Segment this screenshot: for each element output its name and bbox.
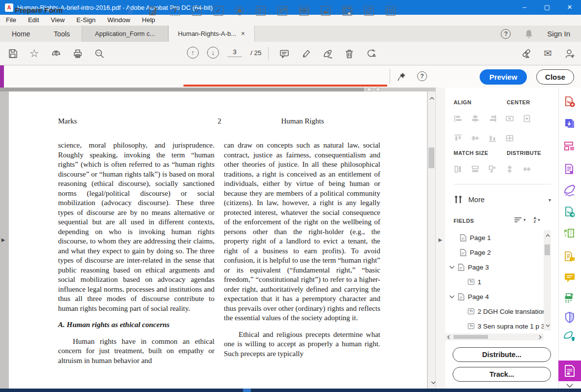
comment-icon[interactable]	[278, 48, 290, 59]
select-cursor-tool[interactable]	[124, 5, 135, 16]
maximize-button[interactable]: ▢	[536, 0, 558, 15]
sign-pen-icon[interactable]	[322, 48, 333, 59]
document-pane[interactable]: Marks 2 Human Rights science, moral phil…	[0, 91, 435, 389]
menu-window[interactable]: Window	[101, 15, 136, 26]
scroll-up-icon[interactable]	[428, 94, 436, 102]
pdf-page[interactable]: Marks 2 Human Rights science, moral phil…	[9, 91, 427, 389]
close-tab-icon[interactable]: ✕	[241, 30, 245, 37]
menu-file[interactable]: File	[0, 15, 22, 26]
match-both-icon[interactable]	[487, 164, 498, 175]
text-area-field-tool[interactable]: TI	[192, 6, 202, 16]
highlight-icon[interactable]	[300, 48, 311, 59]
fields-hscroll-thumb[interactable]	[454, 335, 488, 339]
align-right-icon[interactable]	[487, 113, 498, 124]
date-field-tool[interactable]	[342, 6, 352, 16]
menu-esign[interactable]: E-Sign	[70, 15, 101, 26]
email-icon[interactable]: ✉	[542, 48, 553, 59]
collapse-panel-icon[interactable]: ▶	[437, 236, 443, 243]
checkbox-field-tool[interactable]: ✓	[214, 6, 223, 16]
ok-button-field-tool[interactable]: OK	[299, 6, 309, 16]
tab-tools[interactable]: Tools	[42, 26, 82, 42]
document-vscroll-thumb[interactable]	[428, 148, 434, 168]
tree-item-field-2[interactable]: TI 2 DGH Cole translation	[445, 304, 544, 319]
scroll-right-icon[interactable]	[539, 335, 542, 339]
scan-ocr-icon[interactable]	[558, 289, 581, 306]
toolbar-hscroll-right-button[interactable]	[376, 88, 380, 91]
tree-item-page-1[interactable]: Page 1	[445, 230, 544, 245]
distribute-vertically-icon[interactable]	[504, 164, 515, 175]
comment-tool-icon[interactable]	[558, 270, 581, 286]
chevron-down-icon[interactable]	[449, 266, 455, 269]
combine-files-icon[interactable]	[558, 115, 581, 132]
add-user-icon[interactable]	[564, 48, 575, 59]
prepare-form-help-icon[interactable]: ?	[417, 71, 427, 81]
toolbar-hscroll-left-button[interactable]	[367, 88, 371, 91]
previous-page-button[interactable]: ↑	[187, 47, 199, 59]
more-tools-row[interactable]: More ▾	[454, 193, 551, 206]
document-vscrollbar[interactable]	[428, 91, 435, 389]
fill-and-sign-icon[interactable]	[558, 182, 581, 199]
page-number-input[interactable]: 3	[227, 48, 242, 57]
image-field-tool[interactable]	[321, 6, 331, 16]
delete-pages-icon[interactable]	[558, 161, 581, 178]
signature-field-tool[interactable]	[364, 6, 374, 16]
share-upload-icon[interactable]	[50, 48, 61, 59]
link-icon[interactable]	[520, 48, 532, 59]
scroll-down-icon[interactable]	[544, 322, 551, 330]
toolbar-hscroll-thumb[interactable]	[0, 88, 364, 91]
distribute-horizontally-icon[interactable]	[521, 164, 532, 175]
tab-document-application-form[interactable]: Application_Form c...	[82, 26, 168, 42]
request-esignatures-icon[interactable]	[558, 248, 581, 265]
center-vertically-icon[interactable]	[521, 113, 532, 124]
sort-by-order-icon[interactable]: ▾	[514, 217, 526, 223]
tree-item-field-3[interactable]: TI 3 Sen supra note 1 p 3	[445, 319, 544, 333]
nav-pane-toggle-icon[interactable]: ▶	[0, 235, 6, 244]
align-vertical-center-icon[interactable]	[470, 133, 481, 144]
radio-button-field-tool[interactable]	[235, 6, 244, 15]
close-window-button[interactable]: ✕	[558, 0, 581, 15]
sort-alphabetical-icon[interactable]: AZ ▾	[534, 216, 540, 223]
search-icon[interactable]	[93, 48, 105, 59]
menu-help[interactable]: Help	[136, 15, 161, 26]
tree-item-page-4[interactable]: Page 4	[445, 289, 544, 304]
save-icon[interactable]	[7, 48, 18, 59]
align-left-icon[interactable]	[453, 113, 463, 124]
center-horizontally-icon[interactable]	[504, 113, 515, 124]
minimize-button[interactable]: –	[513, 0, 536, 15]
menu-view[interactable]: View	[45, 15, 70, 26]
notifications-bell-icon[interactable]	[524, 29, 533, 39]
match-height-icon[interactable]	[453, 164, 463, 175]
track-button[interactable]: Track...	[453, 367, 551, 382]
barcode-field-tool[interactable]	[386, 6, 396, 16]
next-page-button[interactable]: ↓	[207, 47, 219, 59]
create-pdf-icon[interactable]	[558, 93, 581, 110]
close-prepare-form-button[interactable]: Close	[536, 69, 574, 85]
certificates-icon[interactable]	[558, 328, 581, 344]
organize-pages-icon[interactable]	[558, 138, 581, 154]
match-width-icon[interactable]	[470, 164, 481, 175]
fields-vscroll-thumb[interactable]	[545, 244, 550, 255]
center-both-icon[interactable]	[504, 133, 515, 144]
text-field-tool[interactable]: T	[170, 6, 180, 16]
distribute-button[interactable]: Distribute...	[453, 347, 551, 362]
preview-button[interactable]: Preview	[480, 69, 527, 85]
export-pdf-icon[interactable]	[558, 204, 581, 220]
protect-icon[interactable]	[558, 309, 581, 326]
rotate-icon[interactable]	[365, 48, 376, 59]
favorite-star-icon[interactable]: ☆	[29, 48, 40, 59]
tree-item-field-1[interactable]: TI 1	[445, 274, 544, 289]
tree-item-page-2[interactable]: Page 2	[445, 245, 544, 260]
dropdown-field-tool[interactable]	[277, 6, 287, 16]
scroll-up-icon[interactable]	[544, 232, 551, 240]
page-edit-tool[interactable]	[147, 5, 158, 16]
tree-item-page-3[interactable]: Page 3	[445, 260, 544, 274]
align-top-icon[interactable]	[453, 133, 463, 144]
menu-edit[interactable]: Edit	[22, 15, 45, 26]
help-icon[interactable]: ?	[501, 29, 511, 39]
tab-home[interactable]: Home	[0, 26, 42, 42]
chevron-down-icon[interactable]	[449, 295, 455, 299]
pin-toolbar-icon[interactable]	[396, 71, 407, 82]
print-icon[interactable]	[72, 48, 83, 59]
align-bottom-icon[interactable]	[487, 133, 498, 144]
align-horizontal-center-icon[interactable]	[470, 113, 481, 124]
